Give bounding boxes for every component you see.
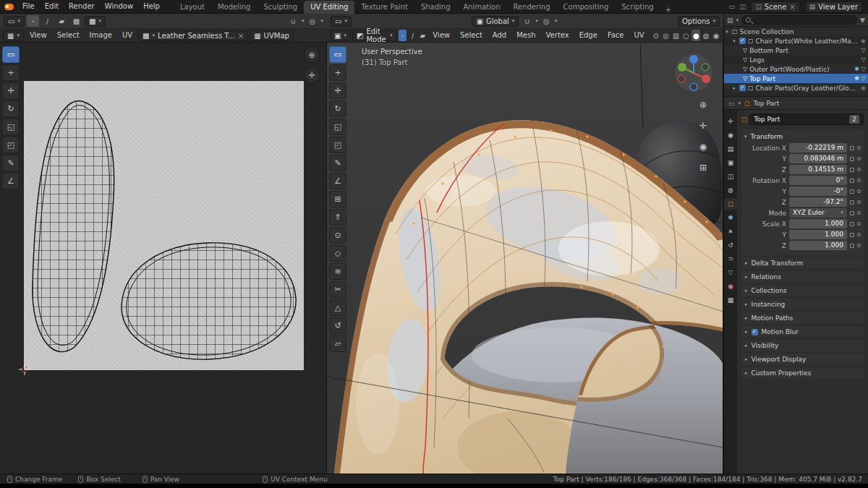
select-mode-edge-button[interactable]: ∕ xyxy=(408,30,417,41)
vp-tool-add-cube[interactable]: ⊞ xyxy=(329,191,346,207)
mesh-data-icon[interactable]: ▽ xyxy=(861,66,866,72)
uv-proportional-edit-icon[interactable]: ◎ xyxy=(306,15,318,27)
outliner-row-legs[interactable]: ▽ Legs ▽ xyxy=(724,55,868,64)
uv-tool-select-box[interactable]: ▭ xyxy=(2,46,20,63)
users-count-badge[interactable]: 2 xyxy=(849,115,859,124)
proportional-edit-icon[interactable]: ◎ xyxy=(540,15,553,27)
uv-menu-view[interactable]: View xyxy=(25,29,51,42)
uv-tool-move[interactable]: ✛ xyxy=(2,82,20,99)
restrict-render-icon[interactable]: ◉ xyxy=(861,38,866,44)
keyframe-dot-icon[interactable] xyxy=(857,222,861,226)
tab-world[interactable]: ◍ xyxy=(724,184,737,196)
chevron-down-icon[interactable]: ▾ xyxy=(739,100,741,106)
tab-texture[interactable]: ▦ xyxy=(724,294,737,306)
select-mode-vertex-button[interactable]: · xyxy=(399,30,407,41)
vp-menu-vertex[interactable]: Vertex xyxy=(542,29,574,42)
expand-icon[interactable]: ▾ xyxy=(731,38,737,44)
unlink-image-icon[interactable]: × xyxy=(238,32,244,40)
object-name-field[interactable]: Top Part 2 xyxy=(749,114,864,125)
vp-menu-face[interactable]: Face xyxy=(603,29,629,42)
pan-hand-icon[interactable]: ✛ xyxy=(696,119,710,133)
vp-menu-edge[interactable]: Edge xyxy=(575,29,602,42)
lock-icon[interactable] xyxy=(850,222,854,226)
transform-panel-header[interactable]: ▾ Transform xyxy=(744,131,861,142)
tab-compositing[interactable]: Compositing xyxy=(557,1,616,14)
vp-tool-inset-faces[interactable]: ⊙ xyxy=(329,227,346,244)
lock-icon[interactable] xyxy=(850,244,854,248)
section-custom-properties[interactable]: ▸ Custom Properties xyxy=(741,367,864,379)
transform-orientation-dropdown[interactable]: ▣ Global ▾ xyxy=(472,16,519,27)
lock-icon[interactable] xyxy=(850,179,854,183)
mode-dropdown[interactable]: ◩ Edit Mode ▾ xyxy=(352,30,397,41)
uv-select-island-button[interactable]: ▩ xyxy=(70,15,82,27)
vp-tool-shear[interactable]: ▱ xyxy=(329,335,346,352)
section-motion-blur[interactable]: ▸ ✓ Motion Blur xyxy=(741,326,864,338)
keyframe-dot-icon[interactable] xyxy=(857,200,861,204)
keyframe-dot-icon[interactable] xyxy=(857,233,861,236)
tab-object[interactable]: ◻ xyxy=(724,198,737,210)
vp-tool-annotate[interactable]: ✎ xyxy=(329,155,346,171)
screen-layout-icon[interactable]: ▭ xyxy=(728,3,735,10)
section-collections[interactable]: ▸ Collections xyxy=(741,285,864,296)
lock-icon[interactable] xyxy=(850,189,854,194)
keyframe-dot-icon[interactable] xyxy=(857,179,861,182)
expand-icon[interactable]: ▸ xyxy=(731,85,737,91)
uv-editor-type-button[interactable]: ▦ ▾ xyxy=(3,30,24,41)
vp-tool-loop-cut[interactable]: ≡ xyxy=(329,263,346,280)
camera-view-icon[interactable]: ◉ xyxy=(696,140,710,154)
modifier-icon[interactable]: ✱ xyxy=(854,75,859,82)
scale-z-field[interactable]: 1.000 xyxy=(789,241,847,250)
select-mode-face-button[interactable]: ▰ xyxy=(418,30,427,41)
outliner-row-collection-gray[interactable]: ▸ ✓ ▢ Chair Parts(Gray Leather/Gloss Woo… xyxy=(724,83,868,93)
keyframe-dot-icon[interactable] xyxy=(857,157,861,160)
uv-sticky-select-dropdown[interactable]: ▩ ▾ xyxy=(85,16,106,27)
keyframe-dot-icon[interactable] xyxy=(857,189,861,193)
uv-tool-annotate[interactable]: ✎ xyxy=(2,155,20,171)
vp-tool-move[interactable]: ✛ xyxy=(329,82,346,99)
lock-icon[interactable] xyxy=(850,157,854,161)
tab-output[interactable]: ▤ xyxy=(724,143,737,155)
vp-tool-select-box[interactable]: ▭ xyxy=(329,46,346,63)
image-datablock-selector[interactable]: ▩ ▾ Leather Seamless T... × xyxy=(138,30,248,41)
zoom-icon[interactable]: ⊕ xyxy=(696,98,710,112)
section-relations[interactable]: ▸ Relations xyxy=(741,271,864,283)
show-overlays-icon[interactable]: ◎ xyxy=(662,30,671,41)
lock-icon[interactable] xyxy=(850,211,854,215)
tab-layout[interactable]: Layout xyxy=(174,1,211,14)
rotation-y-field[interactable]: -0° xyxy=(789,187,847,196)
menu-render[interactable]: Render xyxy=(64,0,100,13)
tab-constraints[interactable]: ⊃ xyxy=(724,253,737,265)
section-visibility[interactable]: ▸ Visibility xyxy=(741,340,864,351)
uv-select-face-button[interactable]: ▰ xyxy=(56,15,68,27)
uv-island-left[interactable] xyxy=(33,100,114,351)
uv-map-field[interactable]: ▦ UVMap xyxy=(250,30,294,41)
outliner-search-input[interactable] xyxy=(741,15,857,25)
section-viewport-display[interactable]: ▸ Viewport Display xyxy=(741,354,864,365)
vp-menu-uv[interactable]: UV xyxy=(630,29,649,42)
view-layer-selector[interactable]: ▤ View Layer xyxy=(805,1,862,12)
tab-physics[interactable]: ↺ xyxy=(724,239,737,251)
section-instancing[interactable]: ▸ Instancing xyxy=(741,299,864,310)
menu-file[interactable]: File xyxy=(17,0,40,13)
navigation-gizmo[interactable] xyxy=(673,53,714,95)
motion-blur-checkbox[interactable]: ✓ xyxy=(752,329,758,335)
uv-menu-image[interactable]: Image xyxy=(85,29,116,42)
vp-tool-poly-build[interactable]: △ xyxy=(329,299,346,316)
uv-zoom-icon[interactable]: ⊕ xyxy=(304,47,320,63)
tab-view-layer[interactable]: ▣ xyxy=(724,157,737,168)
uv-select-edge-button[interactable]: ∕ xyxy=(41,15,54,27)
chevron-down-icon[interactable]: ▾ xyxy=(555,18,558,24)
scale-x-field[interactable]: 1.000 xyxy=(789,219,847,228)
rotation-x-field[interactable]: 0° xyxy=(789,176,847,185)
tab-animation[interactable]: Animation xyxy=(457,1,507,14)
uv-tool-cursor[interactable]: + xyxy=(2,64,20,81)
menu-window[interactable]: Window xyxy=(100,0,138,13)
vp-tool-cursor[interactable]: + xyxy=(329,64,346,81)
tab-render[interactable]: ◉ xyxy=(724,129,737,141)
section-motion-paths[interactable]: ▸ Motion Paths xyxy=(741,312,864,324)
tab-uv-editing[interactable]: UV Editing xyxy=(304,1,354,14)
unlink-scene-icon[interactable]: × xyxy=(789,3,795,11)
filter-funnel-icon[interactable]: ▼ xyxy=(860,17,865,24)
vp-menu-select[interactable]: Select xyxy=(456,29,487,42)
uv-tool-scale[interactable]: ◱ xyxy=(2,119,20,135)
